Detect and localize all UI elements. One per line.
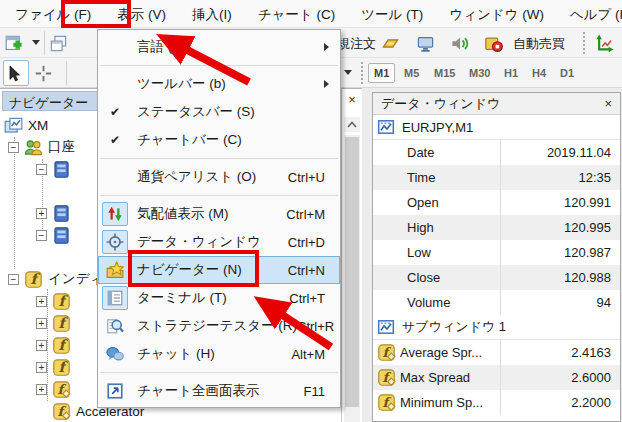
menu-shortcut: Ctrl+T [289,291,338,306]
cascade-windows-icon [49,34,68,53]
expand-box-icon[interactable]: + [36,296,47,307]
collapse-box-icon[interactable]: − [8,142,19,153]
new-chart-button[interactable] [4,30,30,56]
menu-item-label: ステータスバー (S) [128,103,338,121]
expand-box-icon[interactable]: + [36,318,47,329]
view-menu-item[interactable]: ✔チャートバー (C) [98,126,340,154]
menu-item-4[interactable]: チャート (C) [245,0,348,27]
collapse-box-icon[interactable]: − [8,274,19,285]
data-row-open: Open120.991 [373,190,620,215]
view-menu-item[interactable]: 言語 (L) [98,33,340,61]
scrollbar-thumb[interactable] [345,137,359,407]
menu-item-5[interactable]: ツール (T) [348,0,436,27]
menu-item-label: ツールバー (b) [128,75,324,93]
autotrade-status-button[interactable] [483,30,509,56]
data-row-value: 94 [501,295,620,310]
data-row-volume: Volume94 [373,290,620,315]
mt4-window: ファイル (F)表示 (V)挿入(I)チャート (C)ツール (T)ウィンドウ … [0,0,622,422]
market-watch-close-button[interactable]: × [344,92,360,108]
view-menu-item[interactable]: ✔ステータスバー (S) [98,98,340,126]
data-row-low: Low120.987 [373,240,620,265]
view-menu-item-navigator[interactable]: ナビゲーター (N)Ctrl+N [98,256,340,284]
news-sound-button[interactable] [449,30,475,56]
navigator-star-icon [102,258,128,282]
new-chart-icon [5,34,24,53]
terminal-icon [102,286,128,310]
data-row-value: 120.995 [501,220,620,235]
timeframe-h1-button[interactable]: H1 [498,63,524,83]
timeframe-m15-button[interactable]: M15 [428,63,461,83]
expand-box-icon[interactable]: + [36,362,47,373]
server-icon [52,226,71,245]
menu-separator [100,195,338,196]
data-row-label: Time [373,165,501,190]
scroll-up-button[interactable] [344,117,360,132]
data-row-label: High [373,215,501,240]
new-order-label[interactable]: 規注文 [337,35,376,53]
data-row-high: High120.995 [373,215,620,240]
view-menu-item[interactable]: チャット (H)Alt+M [98,340,340,368]
view-menu-item[interactable]: 通貨ペアリスト (O)Ctrl+U [98,163,340,191]
view-menu-item[interactable]: ストラテジーテスター (R)Ctrl+R [98,312,340,340]
expand-box-icon[interactable]: + [36,384,47,395]
market-watch-scrollbar[interactable] [344,135,360,422]
indicator-icon: f [377,343,396,362]
toolbar-grip[interactable] [583,32,585,54]
timeframe-m5-button[interactable]: M5 [398,63,425,83]
indicator-icon: f [24,270,43,289]
menu-item-3[interactable]: 挿入(I) [179,0,245,27]
auto-trading-button[interactable]: 自動売買 [513,35,565,53]
cursor-tool-button[interactable] [3,60,29,86]
data-window-icon [102,230,128,254]
view-menu-item[interactable]: ターミナル (T)Ctrl+T [98,284,340,312]
subwindow-row: サブウィンドウ 1 [373,315,620,340]
data-window-title: データ・ウィンドウ [381,95,500,113]
timeframe-m1-button[interactable]: M1 [368,63,395,83]
cascade-windows-button[interactable] [48,30,74,56]
menu-shortcut: Ctrl+N [288,263,338,278]
cursor-arrow-icon [4,64,23,83]
toolbar-grip[interactable] [361,62,363,84]
data-row-label: Date [373,140,501,165]
menu-item-6[interactable]: ウィンドウ (W) [436,0,557,27]
crosshair-tool-button[interactable] [33,60,59,86]
chart-line-icon [377,318,396,337]
expand-box-icon[interactable]: + [36,340,47,351]
data-row-date: Date2019.11.04 [373,140,620,165]
axis-properties-button[interactable] [594,30,620,56]
view-menu-item[interactable]: ツールバー (b) [98,70,340,98]
menu-icon-slot [102,35,128,59]
view-menu-item[interactable]: チャート全画面表示F11 [98,377,340,405]
indicator-row-label: fAverage Spr... [373,340,501,365]
data-window-panel: データ・ウィンドウ × EURJPY,M1 Date2019.11.04Time… [372,92,621,422]
view-menu-item[interactable]: データ・ウィンドウCtrl+D [98,228,340,256]
axes-icon [595,34,614,53]
view-menu-item[interactable]: 気配値表示 (M)Ctrl+M [98,200,340,228]
data-row-label: Volume [373,290,501,315]
history-center-button[interactable] [380,30,406,56]
timeframe-m30-button[interactable]: M30 [463,63,496,83]
mql-community-button[interactable] [415,30,441,56]
menu-icon-slot [102,165,128,189]
menu-item-2[interactable]: 表示 (V) [104,0,179,27]
menu-item-7[interactable]: ヘルプ (H) [557,0,622,27]
expand-box-icon[interactable]: + [36,208,47,219]
data-row-label: Open [373,190,501,215]
submenu-arrow-icon [324,80,329,88]
menu-item-1[interactable]: ファイル (F) [2,0,104,27]
collapse-box-icon[interactable]: − [36,230,47,241]
menu-item-label: チャット (H) [128,345,291,363]
computer-icon [416,34,435,53]
timeframe-h4-button[interactable]: H4 [526,63,552,83]
collapse-box-icon[interactable]: − [36,164,47,175]
data-window-close-button[interactable]: × [604,96,620,111]
gold-bar-icon [381,34,400,53]
menu-item-label: 通貨ペアリスト (O) [128,168,288,186]
new-chart-dropdown-arrow[interactable] [32,40,40,45]
line-style-dropdown-arrow[interactable] [344,70,352,75]
timeframe-d1-button[interactable]: D1 [554,63,580,83]
sound-icon [450,34,469,53]
menu-item-label: ターミナル (T) [128,289,289,307]
server-icon [52,204,71,223]
menu-shortcut: Ctrl+R [297,319,347,334]
